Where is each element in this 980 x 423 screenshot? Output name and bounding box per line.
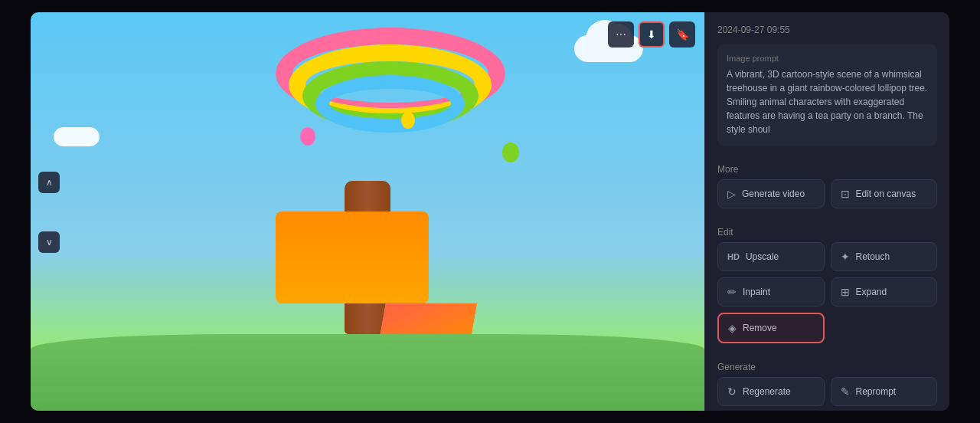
regenerate-label: Regenerate: [743, 386, 791, 397]
balloon-yellow: [401, 112, 415, 129]
more-actions-grid: ▷ Generate video ⊡ Edit on canvas: [717, 179, 937, 208]
image-panel: ⋯ ⬇ 🔖 ∧ ∨: [31, 12, 704, 411]
bookmark-icon: 🔖: [676, 28, 689, 41]
image-timestamp: 2024-09-27 09:55: [717, 25, 937, 35]
more-options-button[interactable]: ⋯: [608, 21, 634, 48]
inpaint-label: Inpaint: [743, 287, 770, 297]
generate-section: Generate ↻ Regenerate ✎ Reprompt: [717, 362, 937, 406]
remove-icon: ◈: [728, 322, 737, 334]
prompt-section: Image prompt A vibrant, 3D cartoon-style…: [717, 44, 937, 146]
regenerate-icon: ↻: [727, 385, 737, 398]
hd-icon: HD: [727, 252, 740, 261]
navigate-down-button[interactable]: ∨: [38, 231, 60, 253]
canvas-icon: ⊡: [841, 188, 850, 200]
retouch-icon: ✦: [841, 251, 850, 263]
video-icon: ▷: [727, 188, 736, 200]
inpaint-icon: ✏: [727, 286, 737, 298]
retouch-label: Retouch: [856, 251, 890, 262]
upscale-label: Upscale: [746, 251, 779, 262]
prompt-label: Image prompt: [727, 54, 928, 63]
expand-label: Expand: [856, 287, 887, 297]
modal-overlay: ×: [0, 0, 980, 423]
expand-button[interactable]: ⊞ Expand: [831, 277, 938, 307]
prompt-text: A vibrant, 3D cartoon-style scene of a w…: [727, 67, 928, 136]
reprompt-label: Reprompt: [856, 386, 897, 397]
edit-on-canvas-button[interactable]: ⊡ Edit on canvas: [831, 179, 938, 208]
generate-section-label: Generate: [717, 362, 937, 372]
more-options-icon: ⋯: [616, 28, 626, 41]
remove-button[interactable]: ◈ Remove: [717, 313, 825, 343]
bookmark-button[interactable]: 🔖: [669, 21, 695, 48]
reprompt-button[interactable]: ✎ Reprompt: [831, 377, 938, 406]
regenerate-button[interactable]: ↻ Regenerate: [717, 377, 825, 406]
generate-video-button[interactable]: ▷ Generate video: [717, 179, 825, 208]
edit-on-canvas-label: Edit on canvas: [856, 189, 916, 199]
more-section: More ▷ Generate video ⊡ Edit on canvas: [717, 164, 937, 208]
more-section-label: More: [717, 164, 937, 175]
download-icon: ⬇: [647, 28, 656, 41]
navigate-up-button[interactable]: ∧: [38, 172, 60, 193]
chevron-up-icon: ∧: [46, 177, 53, 188]
cloud-2: [54, 127, 100, 146]
upscale-button[interactable]: HD Upscale: [717, 242, 825, 271]
expand-icon: ⊞: [841, 286, 850, 298]
image-toolbar: ⋯ ⬇ 🔖: [608, 21, 695, 48]
image-viewer-modal: ×: [31, 12, 949, 411]
retouch-button[interactable]: ✦ Retouch: [831, 242, 938, 271]
balloon-pink: [300, 127, 315, 146]
treehouse: [276, 212, 429, 303]
image-scene: [31, 12, 704, 411]
download-button[interactable]: ⬇: [639, 21, 665, 48]
inpaint-button[interactable]: ✏ Inpaint: [717, 277, 825, 307]
generate-video-label: Generate video: [742, 189, 805, 199]
ring-blue: [315, 75, 465, 133]
edit-actions-grid: HD Upscale ✦ Retouch ✏ Inpaint ⊞ Expand: [717, 242, 937, 343]
ground: [31, 334, 704, 411]
generate-actions-grid: ↻ Regenerate ✎ Reprompt: [717, 377, 937, 406]
edit-section-label: Edit: [717, 227, 937, 238]
remove-label: Remove: [743, 323, 777, 333]
balloon-green: [502, 143, 519, 162]
right-panel: 2024-09-27 09:55 Image prompt A vibrant,…: [704, 12, 949, 411]
reprompt-icon: ✎: [841, 385, 850, 398]
edit-section: Edit HD Upscale ✦ Retouch ✏ Inpaint: [717, 227, 937, 343]
chevron-down-icon: ∨: [46, 237, 53, 248]
